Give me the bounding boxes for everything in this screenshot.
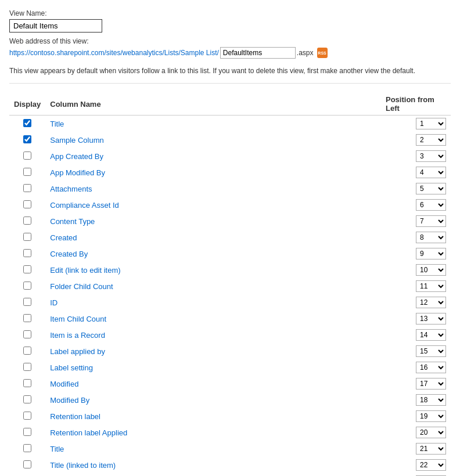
column-name-link[interactable]: Sample Column	[50, 136, 104, 145]
column-checkbox[interactable]	[23, 249, 31, 257]
column-checkbox[interactable]	[23, 152, 31, 160]
column-name-link[interactable]: Title (linked to item)	[50, 461, 116, 470]
column-name-link[interactable]: Retention label Applied	[50, 428, 127, 437]
web-address-row: https://contoso.sharepoint.com/sites/web…	[9, 47, 451, 59]
column-checkbox[interactable]	[23, 314, 31, 322]
table-row: Modified By12345678910111213141516171819…	[9, 392, 451, 408]
column-checkbox[interactable]	[23, 460, 31, 468]
table-row: Type (icon linked to document)1234567891…	[9, 473, 451, 476]
column-checkbox[interactable]	[23, 298, 31, 306]
view-name-label: View Name:	[9, 9, 451, 17]
position-select[interactable]: 123456789101112131415161718192021222324	[416, 215, 446, 227]
column-checkbox[interactable]	[23, 363, 31, 371]
position-select[interactable]: 123456789101112131415161718192021222324	[416, 394, 446, 406]
column-name-link[interactable]: ID	[50, 298, 58, 307]
web-address-section: Web address of this view: https://contos…	[9, 37, 451, 59]
header-position: Position from Left	[381, 93, 451, 116]
column-name-link[interactable]: Created	[50, 233, 77, 242]
position-select[interactable]: 123456789101112131415161718192021222324	[416, 264, 446, 276]
table-row: Title (linked to item)123456789101112131…	[9, 457, 451, 473]
column-checkbox[interactable]	[23, 184, 31, 192]
table-row: Label applied by123456789101112131415161…	[9, 343, 451, 359]
position-select[interactable]: 123456789101112131415161718192021222324	[416, 134, 446, 146]
column-name-link[interactable]: Modified By	[50, 396, 89, 405]
column-checkbox[interactable]	[23, 428, 31, 436]
column-name-link[interactable]: Edit (link to edit item)	[50, 266, 120, 275]
column-name-link[interactable]: Folder Child Count	[50, 282, 113, 291]
web-address-url: https://contoso.sharepoint.com/sites/web…	[9, 49, 219, 57]
table-row: Retention label1234567891011121314151617…	[9, 408, 451, 424]
column-name-link[interactable]: Retention label	[50, 412, 100, 421]
column-checkbox[interactable]	[23, 168, 31, 176]
column-name-link[interactable]: Compliance Asset Id	[50, 201, 119, 210]
column-name-link[interactable]: Attachments	[50, 185, 92, 193]
table-row: Item is a Record123456789101112131415161…	[9, 327, 451, 343]
position-select[interactable]: 123456789101112131415161718192021222324	[416, 329, 446, 341]
table-row: Item Child Count123456789101112131415161…	[9, 311, 451, 327]
column-checkbox[interactable]	[23, 200, 31, 208]
table-row: Attachments12345678910111213141516171819…	[9, 181, 451, 197]
column-name-link[interactable]: Label applied by	[50, 347, 105, 356]
table-row: App Modified By1234567891011121314151617…	[9, 164, 451, 181]
position-select[interactable]: 123456789101112131415161718192021222324	[416, 378, 446, 390]
column-name-link[interactable]: Modified	[50, 380, 78, 388]
web-address-suffix: .aspx	[297, 49, 314, 57]
column-checkbox[interactable]	[23, 379, 31, 387]
position-select[interactable]: 123456789101112131415161718192021222324	[416, 150, 446, 162]
table-row: Title12345678910111213141516171819202122…	[9, 116, 451, 132]
column-checkbox[interactable]	[23, 444, 31, 452]
column-checkbox[interactable]	[23, 135, 31, 143]
column-name-link[interactable]: App Created By	[50, 152, 103, 161]
column-checkbox[interactable]	[23, 412, 31, 420]
position-select[interactable]: 123456789101112131415161718192021222324	[416, 443, 446, 455]
column-checkbox[interactable]	[23, 330, 31, 338]
column-checkbox[interactable]	[23, 395, 31, 403]
column-name-link[interactable]: Title	[50, 445, 64, 453]
table-row: Folder Child Count1234567891011121314151…	[9, 278, 451, 294]
table-row: Sample Column123456789101112131415161718…	[9, 132, 451, 148]
web-address-label: Web address of this view:	[9, 37, 451, 45]
position-select[interactable]: 123456789101112131415161718192021222324	[416, 248, 446, 259]
position-select[interactable]: 123456789101112131415161718192021222324	[416, 297, 446, 308]
rss-icon[interactable]	[317, 48, 328, 58]
column-checkbox[interactable]	[23, 265, 31, 273]
column-checkbox[interactable]	[23, 282, 31, 290]
position-select[interactable]: 123456789101112131415161718192021222324	[416, 410, 446, 422]
view-name-section: View Name:	[9, 9, 451, 33]
column-checkbox[interactable]	[23, 347, 31, 355]
table-row: Modified12345678910111213141516171819202…	[9, 376, 451, 392]
header-column-name: Column Name	[45, 93, 381, 116]
column-name-link[interactable]: Item Child Count	[50, 315, 106, 323]
position-select[interactable]: 123456789101112131415161718192021222324	[416, 313, 446, 324]
columns-table: Display Column Name Position from Left T…	[9, 93, 451, 476]
position-select[interactable]: 123456789101112131415161718192021222324	[416, 345, 446, 357]
position-select[interactable]: 123456789101112131415161718192021222324	[416, 183, 446, 194]
table-row: Title12345678910111213141516171819202122…	[9, 441, 451, 457]
column-checkbox[interactable]	[23, 233, 31, 241]
view-name-input[interactable]	[9, 19, 102, 33]
column-name-link[interactable]: Created By	[50, 250, 88, 258]
column-name-link[interactable]: Content Type	[50, 217, 95, 226]
position-select[interactable]: 123456789101112131415161718192021222324	[416, 118, 446, 129]
table-row: Content Type1234567891011121314151617181…	[9, 213, 451, 229]
table-row: Compliance Asset Id123456789101112131415…	[9, 197, 451, 213]
column-checkbox[interactable]	[23, 217, 31, 225]
column-name-link[interactable]: App Modified By	[50, 168, 105, 177]
position-select[interactable]: 123456789101112131415161718192021222324	[416, 427, 446, 438]
column-name-link[interactable]: Title	[50, 120, 64, 128]
position-select[interactable]: 123456789101112131415161718192021222324	[416, 167, 446, 178]
position-select[interactable]: 123456789101112131415161718192021222324	[416, 199, 446, 211]
column-name-link[interactable]: Label setting	[50, 363, 93, 372]
table-row: ID12345678910111213141516171819202122232…	[9, 294, 451, 311]
table-row: Edit (link to edit item)1234567891011121…	[9, 262, 451, 278]
column-name-link[interactable]: Item is a Record	[50, 331, 105, 340]
column-checkbox[interactable]	[23, 119, 31, 127]
position-select[interactable]: 123456789101112131415161718192021222324	[416, 232, 446, 243]
position-select[interactable]: 123456789101112131415161718192021222324	[416, 362, 446, 373]
position-select[interactable]: 123456789101112131415161718192021222324	[416, 280, 446, 292]
info-text: This view appears by default when visito…	[9, 66, 451, 84]
position-select[interactable]: 123456789101112131415161718192021222324	[416, 459, 446, 471]
table-row: App Created By12345678910111213141516171…	[9, 148, 451, 164]
table-row: Label setting123456789101112131415161718…	[9, 359, 451, 376]
web-address-input[interactable]	[220, 47, 296, 59]
